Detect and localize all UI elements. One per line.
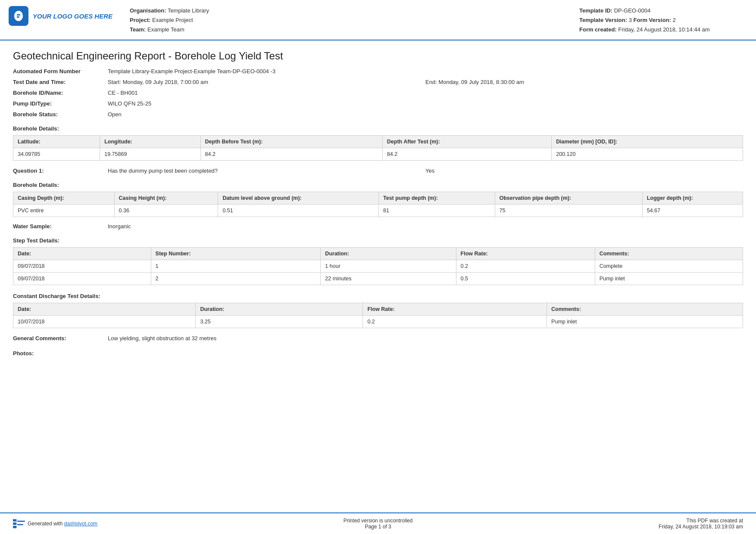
test-date-start: Start: Monday, 09 July 2018, 7:00:00 am [108, 79, 425, 85]
borehole-details-2-title: Borehole Details: [13, 182, 743, 188]
logo-icon [9, 6, 28, 26]
footer-left: Generated with dashpivot.com [13, 519, 97, 528]
photos-label: Photos: [13, 350, 34, 357]
td-depth-before: 84.2 [200, 148, 382, 161]
header-right: Template ID: DP-GEO-0004 Template Versio… [579, 6, 743, 34]
footer-link[interactable]: dashpivot.com [64, 521, 97, 527]
page-footer: Generated with dashpivot.com Printed ver… [0, 512, 756, 534]
photos-section: Photos: [13, 350, 743, 357]
form-created-value: Friday, 24 August 2018, 10:14:44 am [618, 26, 709, 33]
th-step-date: Date: [13, 248, 151, 260]
td-datum-level: 0.51 [218, 205, 379, 217]
test-date-end: End: Monday, 09 July 2018, 8:30:00 am [425, 79, 743, 85]
project-value: Example Project [152, 17, 193, 23]
th-casing-depth: Casing Depth (m): [13, 192, 115, 205]
org-row: Organisation: Template Library [130, 6, 579, 16]
borehole-details-2-table: Casing Depth (m): Casing Height (m): Dat… [13, 192, 743, 217]
th-cd-flow-rate: Flow Rate: [363, 303, 547, 316]
td-obs-pipe: 75 [495, 205, 642, 217]
project-label: Project: [130, 17, 150, 23]
form-version-label: Form Version: [634, 17, 671, 23]
svg-rect-2 [13, 526, 16, 528]
header-center: Organisation: Template Library Project: … [130, 6, 579, 34]
borehole-status-value: Open [108, 111, 743, 118]
th-obs-pipe: Observation pipe depth (m): [495, 192, 642, 205]
td-depth-after: 84.2 [382, 148, 552, 161]
template-version-label: Template Version: [579, 17, 627, 23]
team-row: Team: Example Team [130, 25, 579, 34]
page-header: YOUR LOGO GOES HERE Organisation: Templa… [0, 0, 756, 40]
constant-discharge-table: Date: Duration: Flow Rate: Comments: 10/… [13, 303, 743, 328]
report-title: Geotechnical Engineering Report - Boreho… [13, 50, 743, 62]
general-comments-value: Low yielding, slight obstruction at 32 m… [108, 335, 743, 342]
org-value: Template Library [168, 7, 209, 14]
automated-form-row: Automated Form Number Template Library-E… [13, 68, 743, 75]
borehole-details-1-title: Borehole Details: [13, 125, 743, 132]
water-sample-value: Inorganic [108, 223, 743, 230]
td-longitude: 19.75869 [100, 148, 200, 161]
table-row: 09/07/2018222 minutes0.5Pump inlet [13, 273, 743, 285]
th-step-number: Step Number: [151, 248, 321, 260]
td-diameter: 200.120 [552, 148, 743, 161]
th-step-duration: Duration: [321, 248, 456, 260]
question-1-row: Question 1: Has the dummy pump test been… [13, 168, 743, 174]
template-id-value: DP-GEO-0004 [614, 7, 651, 14]
footer-logo-icon [13, 519, 25, 528]
project-row: Project: Example Project [130, 16, 579, 25]
question-1-answer: Yes [425, 168, 743, 174]
svg-rect-0 [13, 519, 16, 522]
th-step-flow-rate: Flow Rate: [456, 248, 595, 260]
water-sample-row: Water Sample: Inorganic [13, 223, 743, 230]
footer-right-text: This PDF was created at [659, 518, 743, 524]
template-id-row: Template ID: DP-GEO-0004 [579, 6, 743, 16]
td-latitude: 34.09785 [13, 148, 100, 161]
th-step-comments: Comments: [595, 248, 743, 260]
th-depth-after: Depth After Test (m): [382, 136, 552, 148]
th-datum-level: Datum level above ground (m): [218, 192, 379, 205]
th-logger-depth: Logger depth (m): [642, 192, 743, 205]
svg-rect-3 [17, 521, 25, 522]
constant-discharge-title: Constant Discharge Test Details: [13, 293, 743, 299]
team-label: Team: [130, 26, 146, 33]
table-row: 10/07/20183.250.2Pump inlet [13, 316, 743, 328]
th-depth-before: Depth Before Test (m): [200, 136, 382, 148]
general-comments-row: General Comments: Low yielding, slight o… [13, 335, 743, 342]
logo-text: YOUR LOGO GOES HERE [33, 12, 112, 20]
th-pump-depth: Test pump depth (m): [378, 192, 495, 205]
team-value: Example Team [147, 26, 184, 33]
th-casing-height: Casing Height (m): [114, 192, 218, 205]
td-casing-height: 0.36 [114, 205, 218, 217]
test-date-row: Test Date and Time: Start: Monday, 09 Ju… [13, 79, 743, 85]
th-latitude: Latitude: [13, 136, 100, 148]
template-id-label: Template ID: [579, 7, 612, 14]
borehole-id-label: Borehole ID/Name: [13, 90, 108, 96]
test-date-label: Test Date and Time: [13, 79, 108, 85]
borehole-details-2-header-row: Casing Depth (m): Casing Height (m): Dat… [13, 192, 743, 205]
main-content: Geotechnical Engineering Report - Boreho… [0, 40, 756, 365]
step-test-header-row: Date: Step Number: Duration: Flow Rate: … [13, 248, 743, 260]
borehole-details-2-data-row: PVC entire 0.36 0.51 81 75 54.67 [13, 205, 743, 217]
borehole-id-row: Borehole ID/Name: CE - BH001 [13, 90, 743, 96]
th-cd-duration: Duration: [196, 303, 363, 316]
question-1-question: Has the dummy pump test been completed? [108, 168, 425, 174]
borehole-details-1-header-row: Latitude: Longitude: Depth Before Test (… [13, 136, 743, 148]
borehole-details-1-data-row: 34.09785 19.75869 84.2 84.2 200.120 [13, 148, 743, 161]
borehole-status-row: Borehole Status: Open [13, 111, 743, 118]
th-cd-comments: Comments: [547, 303, 743, 316]
logo-area: YOUR LOGO GOES HERE [9, 6, 112, 26]
general-comments-label: General Comments: [13, 335, 108, 342]
step-test-title: Step Test Details: [13, 237, 743, 244]
question-1-label: Question 1: [13, 168, 108, 174]
table-row: 09/07/201811 hour0.2Complete [13, 260, 743, 273]
org-label: Organisation: [130, 7, 166, 14]
footer-center: Printed version is uncontrolled Page 1 o… [344, 518, 413, 530]
form-created-label: Form created: [579, 26, 617, 33]
template-version-value: 3 [629, 17, 632, 23]
td-logger-depth: 54.67 [642, 205, 743, 217]
th-cd-date: Date: [13, 303, 196, 316]
form-version-value: 2 [673, 17, 676, 23]
footer-uncontrolled-text: Printed version is uncontrolled [344, 518, 413, 524]
footer-right-date: Friday, 24 August 2018, 10:19:03 am [659, 524, 743, 530]
constant-discharge-header-row: Date: Duration: Flow Rate: Comments: [13, 303, 743, 316]
form-created-row: Form created: Friday, 24 August 2018, 10… [579, 25, 743, 34]
